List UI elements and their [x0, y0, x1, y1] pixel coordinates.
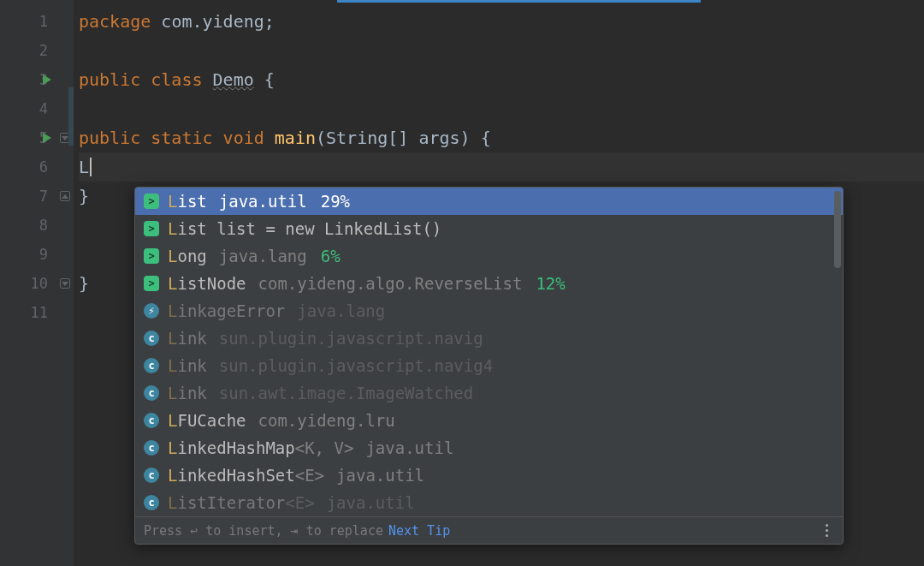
gutter-line-9[interactable]: 9	[0, 240, 74, 269]
package-name: com.yideng	[151, 11, 264, 32]
brace-close: }	[79, 186, 89, 206]
completion-item[interactable]: cListIterator<E>java.util	[135, 489, 843, 516]
gutter-line-7[interactable]: 7	[0, 182, 74, 211]
line-number: 8	[21, 217, 48, 234]
gutter: 1234567891011	[0, 0, 74, 566]
completion-text: LinkageError	[168, 301, 285, 320]
gutter-line-5[interactable]: 5	[0, 123, 74, 152]
code-line-6-current[interactable]: L	[79, 152, 924, 182]
completion-item[interactable]: >List list = new LinkedList()	[135, 215, 843, 242]
line-number: 9	[21, 246, 48, 263]
change-marker	[68, 87, 74, 146]
semicolon: ;	[264, 11, 275, 32]
class-icon: c	[144, 440, 159, 456]
completion-text: Link	[168, 356, 207, 375]
completion-text: ListNode	[168, 274, 246, 293]
popup-scrollbar[interactable]	[834, 191, 841, 268]
completion-item[interactable]: cLinksun.awt.image.ImageWatched	[135, 379, 843, 407]
caret	[90, 158, 92, 176]
class-icon: c	[144, 468, 159, 483]
gutter-line-11[interactable]: 11	[0, 298, 74, 327]
run-icon[interactable]	[43, 74, 51, 85]
completion-item[interactable]: cLinksun.plugin.javascript.navig	[135, 325, 843, 352]
completion-detail: java.util	[365, 438, 453, 457]
code-line-2	[79, 36, 924, 65]
gutter-line-8[interactable]: 8	[0, 211, 74, 240]
gutter-line-2[interactable]: 2	[0, 36, 74, 65]
completion-list[interactable]: >Listjava.util29%>List list = new Linked…	[135, 188, 843, 516]
typed-text: L	[79, 157, 89, 177]
brace-open-2: {	[471, 128, 491, 148]
fold-icon[interactable]	[60, 278, 70, 289]
class-name: Demo	[213, 69, 254, 90]
line-number: 11	[21, 304, 48, 321]
next-tip-link[interactable]: Next Tip	[388, 523, 450, 539]
method-main: main	[275, 128, 316, 148]
line-number: 1	[21, 13, 48, 30]
gutter-line-6[interactable]: 6	[0, 152, 74, 182]
line-number: 10	[21, 275, 48, 292]
code-line-3: public class Demo {	[79, 65, 924, 94]
completion-text: ListIterator<E>	[168, 493, 315, 512]
popup-footer: Press ↩ to insert, ⇥ to replace Next Tip	[135, 516, 843, 544]
code-line-5: public static void main(String[] args) {	[79, 123, 924, 152]
completion-text: List list = new LinkedList()	[168, 219, 441, 238]
completion-item[interactable]: cLFUCachecom.yideng.lru	[135, 407, 843, 434]
completion-popup[interactable]: >Listjava.util29%>List list = new Linked…	[134, 187, 844, 545]
completion-item[interactable]: >Longjava.lang6%	[135, 242, 843, 270]
class-icon: c	[144, 495, 159, 510]
completion-detail: java.lang	[297, 301, 385, 320]
completion-detail: com.yideng.lru	[258, 411, 395, 430]
completion-text: Link	[168, 384, 207, 402]
fold-icon[interactable]	[60, 191, 70, 201]
line-number: 2	[21, 42, 48, 59]
completion-detail: java.util	[336, 466, 424, 485]
completion-detail: sun.plugin.javascript.navig	[219, 329, 483, 348]
keyword-class: class	[140, 69, 212, 90]
completion-text: List	[168, 192, 207, 211]
keyword-static: static	[140, 128, 212, 148]
completion-item[interactable]: cLinkedHashMap<K, V>java.util	[135, 434, 843, 462]
completion-text: LFUCache	[168, 411, 246, 430]
completion-text: Long	[168, 247, 207, 265]
code-line-4	[79, 94, 924, 123]
completion-text: LinkedHashMap<K, V>	[168, 438, 353, 457]
completion-text: Link	[168, 329, 207, 348]
brace-close-2: }	[79, 273, 89, 294]
completion-detail: java.lang	[219, 247, 307, 265]
completion-text: LinkedHashSet<E>	[168, 466, 324, 485]
class-icon: c	[144, 385, 159, 401]
main-params: (String[] args)	[316, 128, 471, 148]
completion-detail: sun.awt.image.ImageWatched	[219, 384, 473, 402]
completion-detail: java.util	[219, 192, 307, 211]
completion-item[interactable]: cLinkedHashSet<E>java.util	[135, 462, 843, 489]
live-template-icon: >	[144, 221, 159, 236]
keyword-void: void	[213, 128, 275, 148]
class-icon: c	[144, 413, 159, 428]
class-icon: c	[144, 358, 159, 373]
completion-item[interactable]: cLinksun.plugin.javascript.navig4	[135, 352, 843, 379]
gutter-line-1[interactable]: 1	[0, 7, 74, 36]
completion-item[interactable]: >ListNodecom.yideng.algo.ReverseList12%	[135, 270, 843, 297]
brace-open: {	[254, 69, 275, 90]
completion-percent: 6%	[321, 247, 341, 265]
run-icon[interactable]	[43, 133, 51, 143]
live-template-icon: >	[144, 248, 159, 264]
gutter-line-10[interactable]: 10	[0, 269, 74, 298]
code-line-1: package com.yideng;	[79, 7, 924, 36]
keyword-public2: public	[79, 128, 140, 148]
line-number: 4	[21, 100, 48, 117]
live-template-icon: >	[144, 276, 159, 291]
live-template-icon: >	[144, 194, 159, 209]
more-icon[interactable]	[819, 523, 834, 539]
completion-item[interactable]: ⚡LinkageErrorjava.lang	[135, 297, 843, 325]
keyword-public: public	[79, 69, 140, 90]
completion-item[interactable]: >Listjava.util29%	[135, 188, 843, 215]
footer-hint: Press ↩ to insert, ⇥ to replace	[144, 523, 383, 539]
gutter-line-3[interactable]: 3	[0, 65, 74, 94]
gutter-line-4[interactable]: 4	[0, 94, 74, 123]
class-icon: c	[144, 331, 159, 346]
completion-detail: com.yideng.algo.ReverseList	[258, 274, 523, 293]
line-number: 6	[21, 158, 48, 176]
completion-detail: sun.plugin.javascript.navig4	[219, 356, 493, 375]
